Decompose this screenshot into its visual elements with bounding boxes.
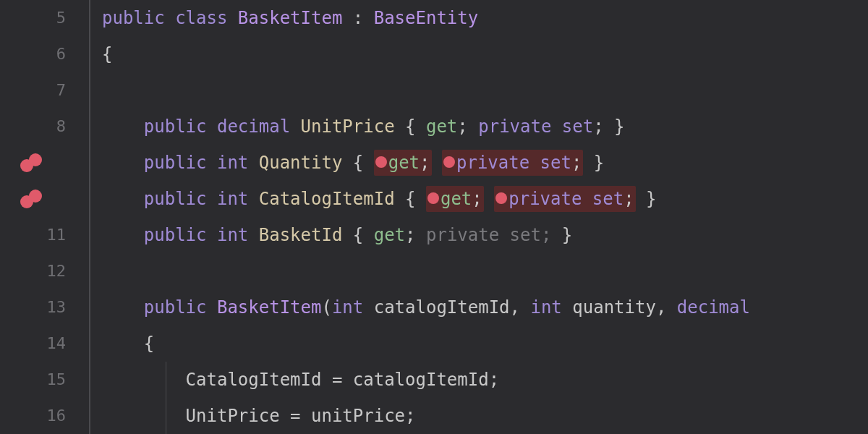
semicolon: ; [405, 406, 415, 426]
code-editor[interactable]: 5 6 7 8 11 12 13 14 15 16 public class B… [0, 0, 868, 434]
keyword-get: get [374, 225, 405, 245]
property-name: Quantity [259, 153, 343, 173]
line-number: 5 [56, 0, 66, 36]
property-name: CatalogItemId [259, 189, 395, 209]
keyword-decimal: decimal [217, 116, 290, 137]
colon: : [353, 8, 363, 28]
gutter-line: 8 [0, 109, 89, 145]
semicolon: ; [541, 225, 551, 245]
code-line[interactable] [102, 253, 868, 289]
gutter-line [0, 145, 89, 181]
keyword-int: int [332, 297, 363, 318]
gutter-line: 7 [0, 72, 89, 109]
code-line[interactable]: { [102, 326, 868, 362]
type-name: BasketItem [238, 8, 343, 28]
keyword-set-dim: set [510, 225, 541, 245]
code-line[interactable]: { [102, 36, 868, 72]
line-number: 14 [47, 326, 67, 362]
assign-source: catalogItemId [353, 370, 489, 390]
code-line[interactable]: public int BasketId { get; private set; … [102, 217, 868, 253]
gutter-line: 5 [0, 0, 89, 36]
keyword-int: int [217, 153, 248, 173]
semicolon: ; [405, 225, 415, 245]
brace-close: } [594, 153, 604, 173]
breakpoint-dot-icon [427, 192, 439, 204]
equals: = [332, 370, 342, 390]
code-line[interactable]: public decimal UnitPrice { get; private … [102, 109, 868, 145]
semicolon: ; [472, 189, 482, 209]
code-line[interactable]: public BasketItem(int catalogItemId, int… [102, 289, 868, 326]
code-line[interactable]: public class BasketItem : BaseEntity [102, 0, 868, 36]
line-number: 13 [47, 289, 67, 326]
keyword-private: private [456, 153, 529, 173]
gutter-line: 16 [0, 398, 89, 434]
assign-source: unitPrice [311, 406, 405, 426]
equals: = [290, 406, 300, 426]
breakpoint-highlight[interactable]: private set; [494, 186, 635, 212]
keyword-get: get [388, 153, 420, 173]
keyword-int: int [217, 225, 248, 245]
brace-open: { [405, 189, 415, 209]
indent-guide [166, 362, 166, 398]
comma: , [656, 297, 666, 318]
code-line[interactable] [102, 72, 868, 109]
semicolon: ; [624, 189, 634, 209]
code-line[interactable]: public int Quantity { get; private set; … [102, 145, 868, 181]
gutter-line: 13 [0, 289, 89, 326]
line-number: 12 [47, 253, 67, 289]
keyword-public: public [144, 116, 207, 137]
semicolon: ; [489, 370, 499, 390]
breakpoint-dot-icon [375, 156, 387, 168]
code-area[interactable]: public class BasketItem : BaseEntity { p… [90, 0, 868, 434]
property-name: UnitPrice [301, 116, 395, 137]
gutter-line: 15 [0, 362, 89, 398]
keyword-get: get [441, 189, 472, 209]
line-number: 11 [47, 217, 67, 253]
line-number: 8 [56, 109, 66, 145]
code-line[interactable]: public int CatalogItemId { get; private … [102, 181, 868, 217]
breakpoint-highlight[interactable]: private set; [442, 150, 583, 176]
breakpoint-highlight[interactable]: get; [374, 150, 432, 176]
brace-open: { [102, 44, 112, 64]
type-name: BaseEntity [374, 8, 479, 28]
brace-close: } [614, 116, 624, 137]
line-number: 6 [56, 36, 66, 72]
keyword-set: set [562, 116, 593, 137]
keyword-set: set [592, 189, 624, 209]
brace-open: { [144, 333, 154, 354]
gutter-line [0, 181, 89, 217]
keyword-decimal: decimal [677, 297, 750, 318]
keyword-private-dim: private [426, 225, 499, 245]
keyword-public: public [144, 153, 207, 173]
keyword-class: class [175, 8, 227, 28]
keyword-public: public [144, 189, 207, 209]
assign-target: CatalogItemId [186, 370, 322, 390]
breakpoint-highlight[interactable]: get; [426, 186, 484, 212]
keyword-set: set [540, 153, 571, 173]
keyword-private: private [478, 116, 551, 137]
gutter[interactable]: 5 6 7 8 11 12 13 14 15 16 [0, 0, 90, 434]
gutter-line: 6 [0, 36, 89, 72]
semicolon: ; [457, 116, 467, 137]
brace-open: { [405, 116, 415, 137]
brace-close: } [562, 225, 572, 245]
code-line[interactable]: UnitPrice = unitPrice; [102, 398, 868, 434]
semicolon: ; [593, 116, 603, 137]
keyword-public: public [102, 8, 165, 28]
assign-target: UnitPrice [186, 406, 280, 426]
keyword-private: private [509, 189, 582, 209]
brace-open: { [353, 225, 363, 245]
keyword-int: int [217, 189, 248, 209]
keyword-get: get [426, 116, 457, 137]
line-number: 15 [47, 362, 67, 398]
breakpoint-icon[interactable] [20, 153, 42, 172]
code-line[interactable]: CatalogItemId = catalogItemId; [102, 362, 868, 398]
comma: , [510, 297, 520, 318]
param-name: catalogItemId [374, 297, 510, 318]
gutter-line: 14 [0, 326, 89, 362]
brace-open: { [353, 153, 363, 173]
keyword-int: int [530, 297, 561, 318]
breakpoint-icon[interactable] [20, 190, 42, 208]
keyword-public: public [144, 297, 207, 318]
brace-close: } [646, 189, 656, 209]
